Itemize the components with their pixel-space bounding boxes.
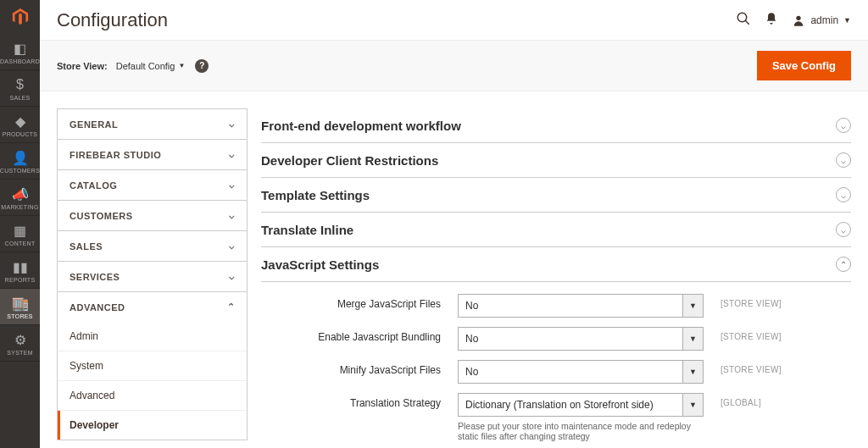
page-title: Configuration	[57, 9, 736, 31]
config-group-catalog[interactable]: CATALOG⌵	[57, 169, 248, 200]
content-icon: ▦	[14, 223, 26, 238]
expand-icon: ⌵	[836, 152, 851, 168]
svg-point-2	[797, 15, 801, 19]
chevron-down-icon: ⌵	[229, 119, 236, 130]
nav-reports[interactable]: ▮▮ REPORTS	[0, 252, 40, 289]
scope-label: [STORE VIEW]	[721, 360, 782, 374]
caret-down-icon: ▼	[843, 16, 851, 25]
merge-js-select[interactable]: No ▼	[458, 294, 704, 318]
expand-icon: ⌵	[836, 187, 851, 202]
caret-down-icon: ▼	[682, 328, 703, 350]
admin-sidebar: ◧ DASHBOARD $ SALES ◆ PRODUCTS 👤 CUSTOME…	[0, 0, 40, 448]
magento-logo[interactable]	[0, 0, 40, 34]
bundle-js-select[interactable]: No ▼	[458, 327, 704, 351]
store-view-label: Store View:	[57, 61, 108, 71]
chevron-up-icon: ⌃	[227, 301, 236, 312]
svg-point-0	[738, 13, 748, 22]
nav-sales[interactable]: $ SALES	[0, 70, 40, 107]
customers-icon: 👤	[12, 150, 29, 165]
stores-icon: 🏬	[12, 296, 29, 311]
translation-strategy-select[interactable]: Dictionary (Translation on Storefront si…	[458, 393, 704, 417]
action-bar: Store View: Default Config ▼ ? Save Conf…	[40, 41, 868, 91]
nav-stores[interactable]: 🏬 STORES	[0, 289, 40, 325]
reports-icon: ▮▮	[13, 259, 28, 274]
scope-label: [GLOBAL]	[721, 393, 761, 407]
panel-translate-inline[interactable]: Translate Inline ⌵	[261, 213, 851, 247]
nav-customers[interactable]: 👤 CUSTOMERS	[0, 143, 40, 180]
scope-label: [STORE VIEW]	[721, 327, 782, 341]
subnav-advanced[interactable]: Advanced	[58, 381, 247, 411]
config-group-advanced[interactable]: ADVANCED⌃	[57, 291, 248, 322]
translation-strategy-note: Please put your store into maintenance m…	[458, 421, 704, 441]
sales-icon: $	[16, 77, 24, 92]
subnav-admin[interactable]: Admin	[58, 322, 247, 351]
chevron-down-icon: ⌵	[229, 271, 236, 282]
system-icon: ⚙	[14, 332, 26, 347]
panel-javascript-settings[interactable]: JavaScript Settings ⌃	[261, 247, 851, 282]
svg-line-1	[746, 20, 750, 25]
page-header: Configuration admin ▼	[40, 0, 868, 41]
translation-strategy-label: Translation Strategy	[261, 393, 458, 409]
panel-client-restrictions[interactable]: Developer Client Restrictions ⌵	[261, 143, 851, 178]
minify-js-label: Minify JavaScript Files	[261, 360, 458, 376]
nav-products[interactable]: ◆ PRODUCTS	[0, 107, 40, 143]
merge-js-label: Merge JavaScript Files	[261, 294, 458, 310]
chevron-down-icon: ⌵	[229, 210, 236, 221]
marketing-icon: 📣	[12, 186, 29, 202]
notifications-icon[interactable]	[765, 12, 778, 29]
user-icon	[792, 14, 805, 27]
caret-down-icon: ▼	[178, 62, 185, 69]
subnav-developer[interactable]: Developer	[58, 411, 247, 440]
expand-icon: ⌵	[836, 118, 851, 133]
store-view-selector[interactable]: Default Config	[116, 61, 175, 71]
config-group-firebear[interactable]: FIREBEAR STUDIO⌵	[57, 139, 248, 169]
chevron-down-icon: ⌵	[229, 149, 236, 160]
nav-content[interactable]: ▦ CONTENT	[0, 216, 40, 252]
scope-label: [STORE VIEW]	[721, 294, 782, 308]
search-icon[interactable]	[736, 11, 751, 30]
nav-marketing[interactable]: 📣 MARKETING	[0, 180, 40, 216]
settings-panels: Front-end development workflow ⌵ Develop…	[261, 108, 851, 431]
products-icon: ◆	[15, 113, 25, 129]
dashboard-icon: ◧	[14, 41, 26, 56]
panel-body-javascript: Merge JavaScript Files No ▼ [STORE VIEW]…	[261, 282, 851, 448]
config-group-sales[interactable]: SALES⌵	[57, 230, 248, 261]
config-nav: GENERAL⌵ FIREBEAR STUDIO⌵ CATALOG⌵ CUSTO…	[57, 108, 248, 431]
admin-user-menu[interactable]: admin ▼	[792, 14, 851, 27]
bundle-js-label: Enable Javascript Bundling	[261, 327, 458, 343]
expand-icon: ⌵	[836, 222, 851, 237]
caret-down-icon: ▼	[682, 394, 703, 416]
caret-down-icon: ▼	[682, 295, 703, 317]
chevron-down-icon: ⌵	[229, 241, 236, 252]
panel-frontend-workflow[interactable]: Front-end development workflow ⌵	[261, 108, 851, 143]
minify-js-select[interactable]: No ▼	[458, 360, 704, 384]
chevron-down-icon: ⌵	[229, 180, 236, 191]
nav-dashboard[interactable]: ◧ DASHBOARD	[0, 34, 40, 70]
collapse-icon: ⌃	[836, 257, 851, 272]
subnav-system[interactable]: System	[58, 351, 247, 381]
config-group-services[interactable]: SERVICES⌵	[57, 261, 248, 291]
nav-system[interactable]: ⚙ SYSTEM	[0, 325, 40, 362]
panel-template-settings[interactable]: Template Settings ⌵	[261, 178, 851, 213]
config-group-general[interactable]: GENERAL⌵	[57, 108, 248, 139]
caret-down-icon: ▼	[682, 361, 703, 383]
config-group-customers[interactable]: CUSTOMERS⌵	[57, 200, 248, 230]
help-icon[interactable]: ?	[195, 59, 209, 73]
save-config-button[interactable]: Save Config	[757, 51, 851, 80]
